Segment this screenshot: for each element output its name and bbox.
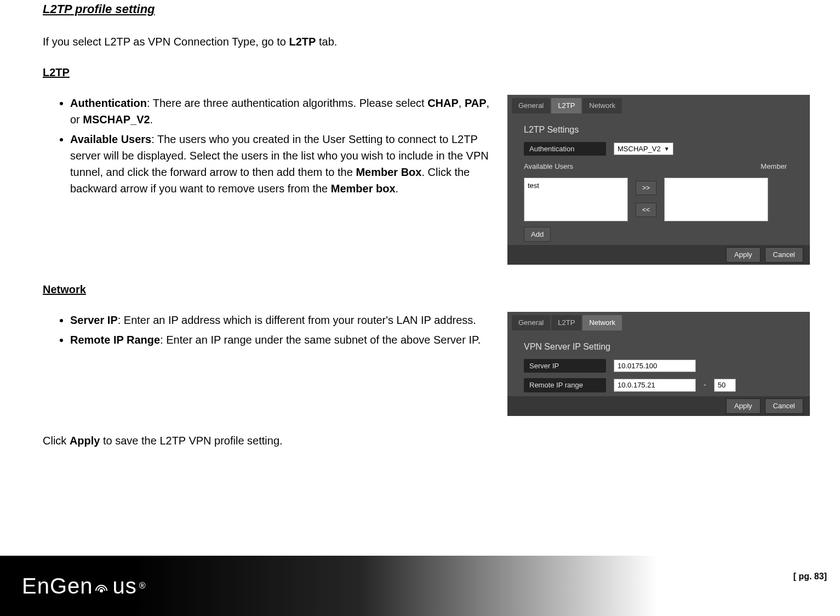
wifi-icon xyxy=(95,575,111,597)
serverip-text: : Enter an IP address which is different… xyxy=(118,314,476,326)
tabs-row-2: General L2TP Network xyxy=(507,312,810,330)
available-users-label: Available Users xyxy=(524,161,573,172)
intro-bold: L2TP xyxy=(289,36,316,48)
l2tp-bullets: Authentication: There are three authenti… xyxy=(43,95,498,197)
apply-button-2[interactable]: Apply xyxy=(726,398,761,414)
intro-post: tab. xyxy=(316,36,337,48)
auth-end: . xyxy=(150,113,153,126)
network-bullet-serverip: Server IP: Enter an IP address which is … xyxy=(70,312,498,328)
auth-opt1: CHAP xyxy=(427,97,459,109)
tab-network-2[interactable]: Network xyxy=(582,315,622,330)
auth-dropdown[interactable]: MSCHAP_V2 ▼ xyxy=(614,142,673,156)
l2tp-subheading: L2TP xyxy=(43,64,70,81)
intro-pre: If you select L2TP as VPN Connection Typ… xyxy=(43,36,289,48)
l2tp-settings-screenshot: General L2TP Network L2TP Settings Authe… xyxy=(507,95,810,265)
l2tp-bullet-auth: Authentication: There are three authenti… xyxy=(70,95,498,128)
network-panel-title: VPN Server IP Setting xyxy=(524,340,793,353)
apply-post: to save the L2TP VPN profile setting. xyxy=(100,435,282,447)
range-lead: Remote IP Range xyxy=(70,334,160,346)
apply-button[interactable]: Apply xyxy=(726,247,761,263)
tab-general-2[interactable]: General xyxy=(512,315,550,330)
network-bottom-bar: Apply Cancel xyxy=(507,396,810,416)
apply-note: Click Apply to save the L2TP VPN profile… xyxy=(43,432,810,449)
page-number: [ pg. 83] xyxy=(793,570,827,583)
tabs-row: General L2TP Network xyxy=(507,95,810,113)
apply-pre: Click xyxy=(43,435,70,447)
users-lead: Available Users xyxy=(70,133,151,145)
add-member-button[interactable]: >> xyxy=(636,181,656,195)
intro-paragraph: If you select L2TP as VPN Connection Typ… xyxy=(43,33,810,50)
network-bullets: Server IP: Enter an IP address which is … xyxy=(43,312,498,348)
auth-sep1: , xyxy=(459,97,465,109)
registered-mark: ® xyxy=(139,579,146,592)
range-dash: - xyxy=(704,379,706,391)
remote-range-label: Remote IP range xyxy=(524,378,606,392)
remote-range-end-input[interactable]: 50 xyxy=(714,379,736,392)
serverip-lead: Server IP xyxy=(70,314,118,326)
auth-opt2: PAP xyxy=(465,97,487,109)
server-ip-label: Server IP xyxy=(524,359,606,373)
member-listbox[interactable] xyxy=(664,178,768,221)
cancel-button[interactable]: Cancel xyxy=(765,247,803,263)
users-boldA: Member Box xyxy=(356,166,421,178)
auth-opt3: MSCHAP_V2 xyxy=(83,113,150,126)
section-title: L2TP profile setting xyxy=(43,0,810,18)
brand-part-a: EnGen xyxy=(22,569,93,602)
network-subheading: Network xyxy=(43,281,86,298)
remote-range-start-input[interactable]: 10.0.175.21 xyxy=(614,379,696,392)
auth-text1: : There are three authentication algorit… xyxy=(147,97,427,109)
member-label: Member xyxy=(761,161,787,172)
l2tp-bottom-bar: Apply Cancel xyxy=(507,245,810,265)
tab-l2tp-2[interactable]: L2TP xyxy=(551,315,581,330)
l2tp-panel-title: L2TP Settings xyxy=(524,123,793,136)
l2tp-bullet-users: Available Users: The users who you creat… xyxy=(70,131,498,197)
cancel-button-2[interactable]: Cancel xyxy=(765,398,803,414)
server-ip-input[interactable]: 10.0175.100 xyxy=(614,360,696,373)
apply-bold: Apply xyxy=(70,435,100,447)
range-text: : Enter an IP range under the same subne… xyxy=(160,334,481,346)
tab-l2tp[interactable]: L2TP xyxy=(551,98,581,113)
add-button[interactable]: Add xyxy=(524,227,551,242)
network-settings-screenshot: General L2TP Network VPN Server IP Setti… xyxy=(507,312,810,416)
tab-general[interactable]: General xyxy=(512,98,550,113)
auth-field-label: Authentication xyxy=(524,142,606,156)
available-user-item[interactable]: test xyxy=(528,180,624,191)
users-boldB: Member box xyxy=(331,182,396,195)
network-bullet-range: Remote IP Range: Enter an IP range under… xyxy=(70,332,498,348)
auth-lead: Authentication xyxy=(70,97,147,109)
brand-part-b: us xyxy=(113,569,137,602)
available-users-listbox[interactable]: test xyxy=(524,178,628,221)
users-end: . xyxy=(396,182,399,195)
tab-network[interactable]: Network xyxy=(582,98,622,113)
footer-band: EnGenus® xyxy=(0,556,658,616)
brand-logo: EnGenus® xyxy=(22,569,146,602)
auth-dropdown-value: MSCHAP_V2 xyxy=(618,144,661,155)
chevron-down-icon: ▼ xyxy=(664,145,670,153)
remove-member-button[interactable]: << xyxy=(636,203,656,217)
